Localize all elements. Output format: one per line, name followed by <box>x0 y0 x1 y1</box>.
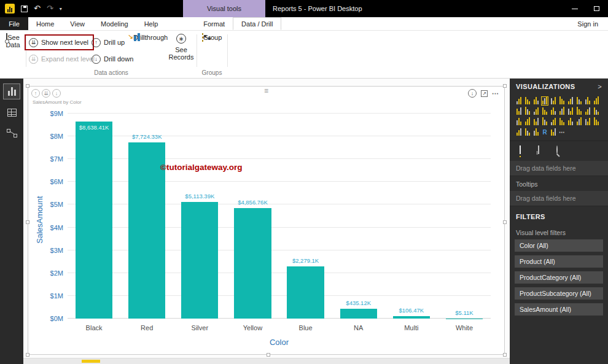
sidebar-item-report-view[interactable] <box>3 83 20 99</box>
see-data-icon <box>6 33 7 42</box>
100-stacked-column-chart-icon[interactable] <box>558 96 566 106</box>
scatter-chart-icon[interactable] <box>541 107 548 116</box>
horizontal-scrollbar[interactable] <box>23 358 510 364</box>
clustered-column-chart-icon[interactable] <box>541 96 548 106</box>
bar-series: $8,638.41KBlack$7,724.33KRed$5,113.39KSi… <box>68 114 491 319</box>
group-label-data-actions: Data actions <box>27 69 195 76</box>
stacked-area-chart-icon[interactable] <box>584 96 591 106</box>
sidebar-item-model-view[interactable] <box>3 125 20 141</box>
drillthrough-button[interactable]: ↘ Drillthrough <box>133 34 168 41</box>
stacked-bar-chart-icon[interactable] <box>515 96 523 106</box>
bar-yellow[interactable] <box>234 208 271 319</box>
tab-view[interactable]: View <box>62 17 93 30</box>
donut-chart-icon[interactable] <box>558 107 566 116</box>
ribbon-chart-icon[interactable] <box>524 107 531 116</box>
bar-blue[interactable] <box>287 266 324 319</box>
maximize-button[interactable] <box>594 6 599 11</box>
bar-multi[interactable] <box>393 316 430 319</box>
quick-access-caret-icon[interactable]: ▾ <box>60 6 62 12</box>
panel-tabs <box>510 141 608 161</box>
undo-icon[interactable]: ↶ <box>34 0 41 17</box>
matrix-icon[interactable] <box>575 117 583 126</box>
redo-icon[interactable]: ↷ <box>47 0 53 17</box>
category-label: Blue <box>279 324 332 331</box>
tab-format[interactable] <box>538 146 539 157</box>
filter-productcategory-all[interactable]: ProductCategory (All) <box>515 271 603 284</box>
r-script-visual-icon[interactable]: R <box>541 128 548 137</box>
filter-productsubcategory-all[interactable]: ProductSubcategory (All) <box>515 287 603 300</box>
drag-grip-icon[interactable]: ≡ <box>264 87 268 95</box>
bar-silver[interactable] <box>181 202 218 319</box>
line-and-stacked-column-chart-icon[interactable] <box>593 96 600 106</box>
filled-map-icon[interactable] <box>584 107 591 116</box>
see-data-button[interactable]: See Data <box>2 34 24 48</box>
data-label: $5,113.39K <box>173 193 226 199</box>
area-chart-icon[interactable] <box>575 96 583 106</box>
clustered-bar-chart-icon[interactable] <box>532 96 540 106</box>
tab-analytics[interactable] <box>556 146 558 157</box>
bar-na[interactable] <box>340 309 377 319</box>
stacked-column-chart-icon[interactable] <box>524 96 531 106</box>
show-next-level-button[interactable]: ⇊ Show next level <box>27 36 90 48</box>
filter-color-all[interactable]: Color (All) <box>515 239 603 252</box>
visual-show-next-level-icon[interactable]: ⇊ <box>42 89 50 98</box>
kpi-icon[interactable] <box>550 117 557 126</box>
sidebar-item-data-view[interactable] <box>3 104 20 120</box>
save-icon[interactable] <box>21 6 28 12</box>
sign-in-button[interactable]: Sign in <box>577 17 608 30</box>
pie-chart-icon[interactable] <box>550 107 557 116</box>
treemap-icon[interactable] <box>567 107 574 116</box>
globe-map-icon[interactable] <box>550 128 557 137</box>
collapse-panel-icon[interactable]: > <box>598 83 602 90</box>
table-icon[interactable] <box>567 117 574 126</box>
decomposition-tree-icon[interactable] <box>532 128 540 137</box>
slicer-icon[interactable] <box>558 117 566 126</box>
resize-handle[interactable] <box>26 84 29 88</box>
gauge-icon[interactable] <box>524 117 531 126</box>
visual-expand-next-level-icon[interactable]: ↓ <box>52 89 61 98</box>
ribbon-tab-list: HomeViewModelingHelpFormatData / Drill <box>28 17 281 30</box>
tab-fields[interactable] <box>520 146 521 157</box>
filter-salesamount-all[interactable]: SalesAmount (All) <box>515 303 603 316</box>
filter-product-all[interactable]: Product (All) <box>515 255 603 268</box>
see-records-button[interactable]: ∗ See Records <box>168 34 194 61</box>
waterfall-chart-icon[interactable] <box>532 107 540 116</box>
drill-down-button[interactable]: ↓ Drill down <box>90 53 135 65</box>
drill-up-button[interactable]: ↑ Drill up <box>90 36 127 48</box>
more-visuals-icon[interactable]: ⋯ <box>558 128 566 137</box>
expand-next-level-button[interactable]: ⇊ Expand next level <box>27 53 96 65</box>
group-button[interactable]: Group <box>200 34 224 41</box>
tooltips-well[interactable]: Drag data fields here <box>510 191 608 206</box>
bar-chart-visual[interactable]: ≡ ↑ ⇊ ↓ ↓ ↗ ⋯ SalesAmount by Color Sales… <box>28 86 505 355</box>
focus-mode-icon[interactable]: ↗ <box>481 90 488 97</box>
tab-data-drill[interactable]: Data / Drill <box>233 17 281 30</box>
tab-help[interactable]: Help <box>136 17 166 30</box>
shape-map-icon[interactable] <box>593 107 600 116</box>
paginated-report-icon[interactable] <box>584 117 591 126</box>
data-label: $2,279.1K <box>279 257 332 264</box>
tab-format[interactable]: Format <box>195 17 233 30</box>
fields-well[interactable]: Drag data fields here <box>510 161 608 176</box>
multi-row-card-icon[interactable] <box>541 117 548 126</box>
visual-drill-down-toggle-icon[interactable]: ↓ <box>468 89 477 98</box>
tab-file[interactable]: File <box>0 17 28 30</box>
map-icon[interactable] <box>575 107 583 116</box>
line-and-clustered-column-chart-icon[interactable] <box>515 107 523 116</box>
bar-black[interactable] <box>76 122 112 319</box>
category-label: Multi <box>385 324 438 331</box>
card-icon[interactable] <box>532 117 540 126</box>
resize-handle[interactable] <box>503 84 507 88</box>
scrollbar-thumb[interactable] <box>82 360 100 363</box>
tab-modeling[interactable]: Modeling <box>93 17 136 30</box>
titlebar: ↶ ↷ ▾ Visual tools Reports 5 - Power BI … <box>0 0 608 17</box>
100-stacked-bar-chart-icon[interactable] <box>550 96 557 106</box>
arcgis-map-icon[interactable] <box>515 128 523 137</box>
tab-home[interactable]: Home <box>28 17 62 30</box>
minimize-button[interactable] <box>572 9 578 9</box>
infographic-icon[interactable] <box>524 128 531 137</box>
visual-drill-up-icon[interactable]: ↑ <box>31 89 40 98</box>
visual-more-options-icon[interactable]: ⋯ <box>492 90 499 98</box>
funnel-icon[interactable] <box>515 117 523 126</box>
power-apps-icon[interactable] <box>593 117 600 126</box>
line-chart-icon[interactable] <box>567 96 574 106</box>
